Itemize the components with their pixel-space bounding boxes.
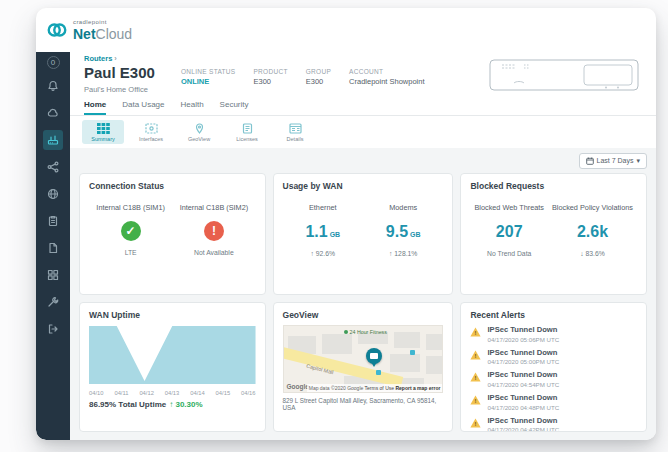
svg-text:!: ! bbox=[475, 353, 477, 359]
dashboard-content: Last 7 Days ▾ Connection Status Internal… bbox=[70, 148, 656, 441]
cloud-icon bbox=[47, 107, 59, 119]
field-account: ACCOUNT Cradlepoint Showpoint bbox=[349, 68, 424, 86]
map-poi-label: 24 Hour Fitness bbox=[344, 329, 387, 335]
svg-text:!: ! bbox=[475, 398, 477, 404]
card-usage-by-wan: Usage by WAN Ethernet 1.1GB ↑ 92.6% Mode… bbox=[273, 173, 454, 295]
sidebar-item-network[interactable] bbox=[43, 157, 63, 177]
subtab-summary[interactable]: Summary bbox=[82, 120, 124, 144]
error-exclamation-icon: ! bbox=[204, 221, 224, 241]
tools-icon bbox=[47, 296, 59, 308]
svg-text:!: ! bbox=[475, 375, 477, 381]
google-logo: Google bbox=[287, 383, 309, 390]
sidebar-item-apps[interactable] bbox=[43, 265, 63, 285]
device-header: Routers› Paul E300 Paul's Home Office ON… bbox=[70, 52, 656, 94]
breadcrumb-separator: › bbox=[114, 54, 117, 63]
warning-triangle-icon: ! bbox=[470, 372, 481, 382]
transit-icon bbox=[376, 370, 381, 375]
svg-text:!: ! bbox=[475, 330, 477, 336]
details-icon bbox=[289, 123, 302, 134]
device-address: 829 L Street Capitol Mall Alley, Sacrame… bbox=[283, 397, 444, 411]
geoview-map[interactable]: Capitol Mall 24 Hour Fitness Google Map … bbox=[283, 325, 444, 393]
map-pin-icon bbox=[193, 123, 206, 134]
alerts-count-badge[interactable]: 0 bbox=[47, 56, 60, 69]
report-map-error-link[interactable]: Report a map error bbox=[395, 385, 440, 391]
tab-health[interactable]: Health bbox=[180, 100, 203, 115]
svg-text:!: ! bbox=[475, 421, 477, 427]
bell-icon bbox=[47, 80, 59, 92]
alert-row[interactable]: ! IPSec Tunnel Down04/17/2020 05:06PM UT… bbox=[470, 326, 637, 343]
alert-row[interactable]: ! IPSec Tunnel Down04/17/2020 05:00PM UT… bbox=[470, 349, 637, 366]
warning-triangle-icon: ! bbox=[470, 418, 481, 428]
tab-security[interactable]: Security bbox=[220, 100, 249, 115]
netcloud-logo[interactable]: cradlepoint NetCloud bbox=[46, 19, 132, 42]
clipboard-icon bbox=[47, 215, 59, 227]
warning-triangle-icon: ! bbox=[470, 327, 481, 337]
field-product: PRODUCT E300 bbox=[253, 68, 287, 86]
sidebar-item-internet[interactable] bbox=[43, 184, 63, 204]
calendar-icon bbox=[586, 157, 594, 165]
sidebar-item-reports[interactable] bbox=[43, 238, 63, 258]
summary-grid-icon bbox=[97, 123, 110, 134]
share-nodes-icon bbox=[47, 161, 59, 173]
sidebar-item-logs[interactable] bbox=[43, 211, 63, 231]
alert-row[interactable]: ! IPSec Tunnel Down04/17/2020 04:54PM UT… bbox=[470, 371, 637, 388]
sidebar-item-dashboard[interactable] bbox=[43, 103, 63, 123]
x-tick-label: 04/13 bbox=[165, 390, 180, 396]
card-recent-alerts: Recent Alerts ! IPSec Tunnel Down04/17/2… bbox=[460, 302, 647, 432]
subtab-geoview[interactable]: GeoView bbox=[178, 120, 220, 144]
card-blocked-requests: Blocked Requests Blocked Web Threats 207… bbox=[460, 173, 647, 295]
x-tick-label: 04/16 bbox=[241, 390, 256, 396]
warning-triangle-icon: ! bbox=[470, 350, 481, 360]
sidebar-item-signout[interactable] bbox=[43, 319, 63, 339]
field-group: GROUP E300 bbox=[306, 68, 331, 86]
subtab-details[interactable]: Details bbox=[274, 120, 316, 144]
warning-triangle-icon: ! bbox=[470, 395, 481, 405]
online-status-value: ONLINE bbox=[181, 77, 236, 86]
poi-marker-icon bbox=[344, 330, 348, 334]
brand-main-text: NetCloud bbox=[73, 26, 132, 42]
terms-of-use-link[interactable]: Terms of Use bbox=[365, 385, 394, 391]
ethernet-trend: ↑ 92.6% bbox=[305, 250, 340, 257]
x-tick-label: 04/14 bbox=[190, 390, 205, 396]
sim2-status: Internal C18B (SIM2) ! Not Available bbox=[180, 203, 249, 256]
card-connection-status: Connection Status Internal C18B (SIM1) ✓… bbox=[79, 173, 266, 295]
tab-data-usage[interactable]: Data Usage bbox=[122, 100, 164, 115]
card-wan-uptime: WAN Uptime 04/1004/1104/1204/1304/1404/1… bbox=[79, 302, 266, 432]
grid-icon bbox=[47, 269, 59, 281]
transit-icon-2 bbox=[410, 350, 415, 355]
x-tick-label: 04/15 bbox=[216, 390, 231, 396]
app-window: cradlepoint NetCloud 0 bbox=[36, 8, 656, 440]
sidebar-item-tools[interactable] bbox=[43, 292, 63, 312]
modems-trend: ↑ 128.1% bbox=[386, 250, 421, 257]
card-geoview: GeoView bbox=[273, 302, 454, 432]
blocked-policy-violations: Blocked Policy Violations 2.6k ↓ 83.6% bbox=[552, 203, 633, 257]
map-attribution: Map data ©2020 Google Terms of Use Repor… bbox=[307, 384, 443, 392]
date-range-button[interactable]: Last 7 Days ▾ bbox=[579, 153, 647, 169]
router-icon bbox=[47, 134, 59, 146]
chart-x-axis-labels: 04/1004/1104/1204/1304/1404/1504/16 bbox=[89, 390, 256, 396]
left-nav-sidebar: 0 bbox=[36, 52, 70, 440]
ethernet-usage: Ethernet 1.1GB ↑ 92.6% bbox=[305, 203, 340, 257]
device-location-pin[interactable] bbox=[366, 348, 382, 364]
cradlepoint-logo-icon bbox=[46, 19, 68, 41]
alert-row[interactable]: ! IPSec Tunnel Down04/17/2020 04:42PM UT… bbox=[470, 417, 637, 432]
subtab-bar: Summary Interfaces GeoView Licenses bbox=[70, 116, 656, 148]
brand-small-text: cradlepoint bbox=[73, 19, 132, 25]
device-subtitle: Paul's Home Office bbox=[84, 85, 155, 94]
subtab-licenses[interactable]: Licenses bbox=[226, 120, 268, 144]
x-tick-label: 04/10 bbox=[89, 390, 104, 396]
sidebar-item-alerts[interactable] bbox=[43, 76, 63, 96]
field-online-status: ONLINE STATUS ONLINE bbox=[181, 68, 236, 86]
sidebar-item-routers[interactable] bbox=[43, 130, 63, 150]
tab-home[interactable]: Home bbox=[84, 100, 106, 115]
page: cradlepoint NetCloud 0 bbox=[0, 0, 668, 452]
alert-row[interactable]: ! IPSec Tunnel Down04/17/2020 04:48PM UT… bbox=[470, 394, 637, 411]
success-check-icon: ✓ bbox=[121, 221, 141, 241]
globe-icon bbox=[47, 188, 59, 200]
file-icon bbox=[47, 242, 59, 254]
x-tick-label: 04/12 bbox=[139, 390, 154, 396]
interfaces-icon bbox=[145, 123, 158, 134]
modems-usage: Modems 9.5GB ↑ 128.1% bbox=[386, 203, 421, 257]
uptime-summary: 86.95% Total Uptime↑ 30.30% bbox=[89, 400, 256, 409]
subtab-interfaces[interactable]: Interfaces bbox=[130, 120, 172, 144]
